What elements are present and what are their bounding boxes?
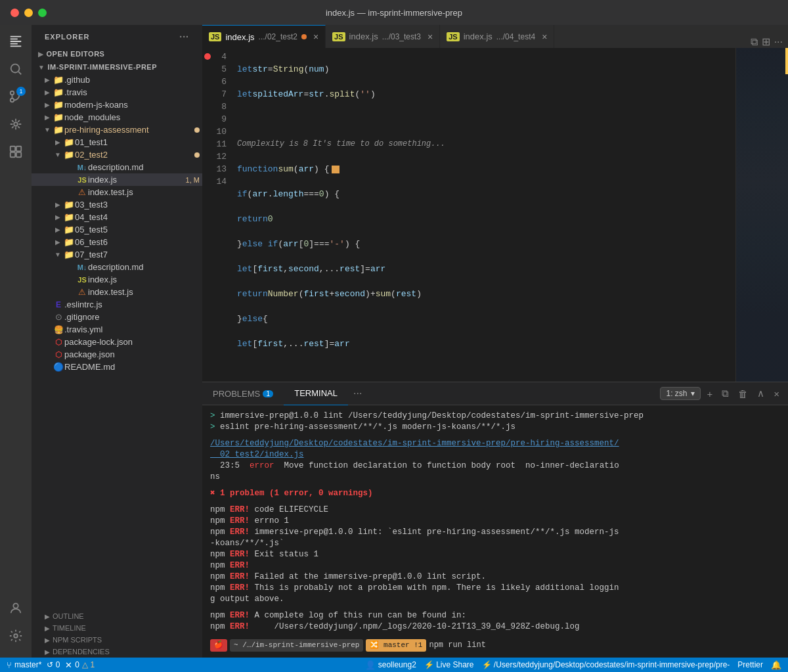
errors-status[interactable]: ✕ 0 △ 1 bbox=[65, 660, 95, 670]
sidebar-title: EXPLORER bbox=[45, 33, 90, 41]
tree-item-02-test2[interactable]: ▼ 📁 02_test2 bbox=[32, 148, 202, 161]
close-panel-icon[interactable]: × bbox=[770, 387, 783, 401]
tree-item-06-test6[interactable]: ▶ 📁 06_test6 bbox=[32, 236, 202, 248]
explorer-activity-icon[interactable] bbox=[5, 30, 27, 53]
sidebar-more-icon[interactable]: ··· bbox=[179, 32, 189, 42]
sync-status[interactable]: ↺ 0 bbox=[47, 660, 60, 669]
code-content[interactable]: let str = String(num) let splitedArr = s… bbox=[232, 48, 735, 382]
prettier-status[interactable]: Prettier bbox=[737, 660, 763, 669]
dependencies-section[interactable]: ▶ DEPENDENCIES bbox=[32, 646, 202, 658]
tree-item-travis[interactable]: ▶ 📁 .travis bbox=[32, 86, 202, 99]
travis-arrow-icon: ▶ bbox=[42, 89, 53, 96]
tree-item-07-test7[interactable]: ▼ 📁 07_test7 bbox=[32, 248, 202, 261]
terminal-tab[interactable]: TERMINAL bbox=[284, 382, 348, 405]
07-test7-folder-icon: 📁 bbox=[63, 250, 75, 259]
tree-item-node-modules[interactable]: ▶ 📁 node_modules bbox=[32, 111, 202, 123]
debug-activity-icon[interactable] bbox=[5, 113, 27, 135]
03-test3-folder-icon: 📁 bbox=[63, 200, 75, 210]
tree-item-04-test4[interactable]: ▶ 📁 04_test4 bbox=[32, 211, 202, 223]
prettier-label: Prettier bbox=[737, 660, 763, 669]
problems-tab[interactable]: PROBLEMS 1 bbox=[202, 382, 284, 405]
liveshare-status[interactable]: ⚡ Live Share bbox=[424, 660, 474, 669]
split-terminal-icon[interactable]: ⧉ bbox=[718, 386, 732, 401]
search-activity-icon[interactable] bbox=[5, 58, 27, 80]
code-editor[interactable]: 4 5 6 7 8 9 10 11 12 13 14 let str = Str… bbox=[202, 48, 788, 382]
git-branch-status[interactable]: ⑂ master* bbox=[7, 660, 41, 670]
github-folder-icon: 📁 bbox=[53, 75, 64, 85]
tree-item-github[interactable]: ▶ 📁 .github bbox=[32, 74, 202, 86]
layout-icon[interactable]: ⊞ bbox=[762, 35, 770, 48]
tab-close-02[interactable]: × bbox=[313, 32, 318, 42]
panel-more-icon[interactable]: ··· bbox=[348, 388, 367, 399]
tree-item-desc-md[interactable]: ▶ M↓ description.md bbox=[32, 161, 202, 173]
tree-item-readme[interactable]: ▶ 🔵 README.md bbox=[32, 361, 202, 373]
tree-item-03-test3[interactable]: ▶ 📁 03_test3 bbox=[32, 198, 202, 211]
outline-label: OUTLINE bbox=[53, 612, 84, 620]
tree-item-01-test1[interactable]: ▶ 📁 01_test1 bbox=[32, 136, 202, 148]
tab-index-js-03[interactable]: JS index.js .../03_test3 × bbox=[326, 25, 440, 48]
01-test1-folder-icon: 📁 bbox=[63, 137, 75, 147]
tree-item-gitignore[interactable]: ▶ ⊙ .gitignore bbox=[32, 311, 202, 323]
tree-item-pkg[interactable]: ▶ ⬡ package.json bbox=[32, 348, 202, 361]
02-test2-badge bbox=[194, 152, 200, 158]
tree-item-pkg-lock[interactable]: ▶ ⬡ package-lock.json bbox=[32, 336, 202, 348]
file-path-status[interactable]: ⚡ /Users/teddyjung/Desktop/codestates/im… bbox=[482, 660, 730, 669]
term-prompt-line[interactable]: 🍎 ~ /…/im-sprint-immersive-prep 🔀 master… bbox=[210, 638, 780, 652]
settings-activity-icon[interactable] bbox=[5, 625, 27, 647]
code-line-12: return Number(first + second) + sum(rest… bbox=[237, 288, 735, 300]
tree-item-index-test-js[interactable]: ▶ ⚠ index.test.js bbox=[32, 186, 202, 198]
svg-point-11 bbox=[13, 604, 18, 608]
07-desc-file-icon: M↓ bbox=[76, 263, 88, 271]
terminal-selector[interactable]: 1: zsh ▾ bbox=[660, 387, 701, 400]
notifications-status[interactable]: 🔔 bbox=[771, 660, 781, 670]
tab-js-icon-02: JS bbox=[209, 32, 221, 41]
tab-index-js-04[interactable]: JS index.js .../04_test4 × bbox=[440, 25, 554, 48]
term-line-17: npm ERR! /Users/teddyjung/.npm/_logs/202… bbox=[210, 621, 780, 633]
tree-item-pre-hiring[interactable]: ▼ 📁 pre-hiring-assessment bbox=[32, 123, 202, 136]
user-status[interactable]: 👤 seolleung2 bbox=[365, 660, 416, 670]
complexity-indicator bbox=[332, 166, 339, 173]
maximize-panel-icon[interactable]: ∧ bbox=[754, 386, 768, 401]
warnings-label: △ 1 bbox=[82, 660, 95, 669]
minimize-button[interactable] bbox=[24, 9, 33, 17]
pre-hiring-label: pre-hiring-assessment bbox=[64, 125, 194, 135]
more-actions-icon[interactable]: ··· bbox=[774, 36, 783, 48]
tree-item-07-index-js[interactable]: ▶ JS index.js bbox=[32, 273, 202, 286]
npm-scripts-section[interactable]: ▶ NPM SCRIPTS bbox=[32, 634, 202, 646]
timeline-section[interactable]: ▶ TIMELINE bbox=[32, 622, 202, 634]
code-line-14: let [first, ...rest] = arr bbox=[237, 338, 735, 350]
tree-item-index-js[interactable]: ▶ JS index.js 1, M bbox=[32, 173, 202, 186]
code-line-8: if (arr.length === 0) { bbox=[237, 188, 735, 200]
modern-js-folder-icon: 📁 bbox=[53, 100, 64, 110]
maximize-button[interactable] bbox=[38, 9, 47, 17]
window-controls[interactable] bbox=[11, 9, 47, 17]
sidebar-header: EXPLORER ··· bbox=[32, 25, 202, 47]
tree-item-travis-yml[interactable]: ▶ 🍔 .travis.yml bbox=[32, 323, 202, 336]
project-section[interactable]: ▼ IM-SPRINT-IMMERSIVE-PREP bbox=[32, 60, 202, 74]
dependencies-arrow-icon: ▶ bbox=[45, 648, 50, 656]
open-editors-section[interactable]: ▶ OPEN EDITORS bbox=[32, 47, 202, 60]
modern-js-arrow-icon: ▶ bbox=[42, 101, 53, 108]
account-activity-icon[interactable] bbox=[5, 597, 27, 619]
index-js-file-icon: JS bbox=[76, 176, 88, 184]
tree-item-07-test[interactable]: ▶ ⚠ index.test.js bbox=[32, 286, 202, 298]
tree-item-07-desc-md[interactable]: ▶ M↓ description.md bbox=[32, 261, 202, 273]
tree-item-05-test5[interactable]: ▶ 📁 05_test5 bbox=[32, 223, 202, 236]
outline-section[interactable]: ▶ OUTLINE bbox=[32, 610, 202, 622]
extensions-activity-icon[interactable] bbox=[5, 141, 27, 163]
liveshare-label: ⚡ Live Share bbox=[424, 660, 474, 669]
tab-close-03[interactable]: × bbox=[427, 32, 433, 42]
tree-item-modern-js-koans[interactable]: ▶ 📁 modern-js-koans bbox=[32, 99, 202, 111]
tree-item-eslintrc[interactable]: ▶ E .eslintrc.js bbox=[32, 298, 202, 311]
source-control-activity-icon[interactable]: 1 bbox=[5, 85, 27, 108]
new-terminal-icon[interactable]: + bbox=[703, 387, 716, 401]
kill-terminal-icon[interactable]: 🗑 bbox=[735, 387, 751, 401]
term-line-2: > eslint pre-hiring-assessment/**/*.js m… bbox=[210, 422, 780, 433]
pkg-lock-label: package-lock.json bbox=[64, 337, 202, 347]
tab-index-js-02[interactable]: JS index.js .../02_test2 × bbox=[202, 25, 326, 48]
eslintrc-file-icon: E bbox=[53, 300, 64, 309]
split-editor-icon[interactable]: ⧉ bbox=[751, 36, 758, 48]
terminal-content[interactable]: > immersive-prep@1.0.0 lint /Users/teddy… bbox=[202, 405, 788, 658]
close-button[interactable] bbox=[11, 9, 19, 17]
tab-close-04[interactable]: × bbox=[542, 32, 547, 42]
